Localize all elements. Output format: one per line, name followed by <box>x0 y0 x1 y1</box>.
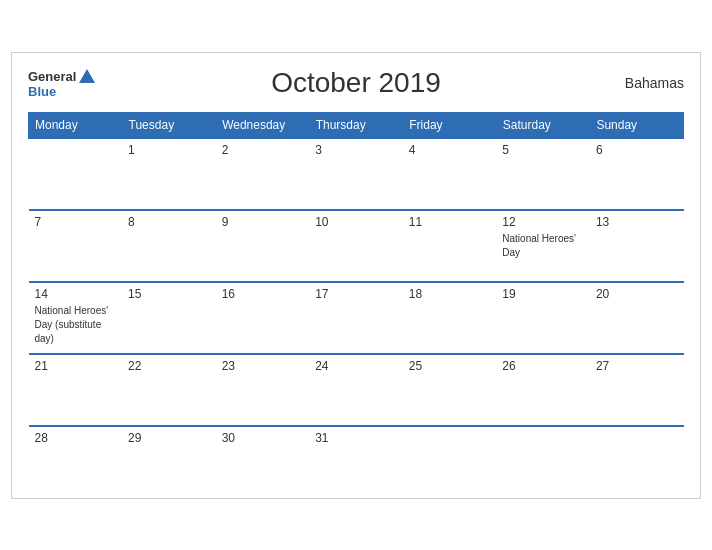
day-number: 30 <box>222 431 304 445</box>
day-number: 17 <box>315 287 397 301</box>
header-tuesday: Tuesday <box>122 112 216 138</box>
list-item <box>496 426 590 486</box>
list-item: 25 <box>403 354 497 426</box>
list-item: 8 <box>122 210 216 282</box>
header-saturday: Saturday <box>496 112 590 138</box>
day-number: 29 <box>128 431 210 445</box>
list-item: 20 <box>590 282 684 354</box>
list-item: 19 <box>496 282 590 354</box>
day-number: 11 <box>409 215 491 229</box>
day-number: 27 <box>596 359 678 373</box>
table-row: 123456 <box>29 138 684 210</box>
table-row: 14National Heroes' Day (substitute day)1… <box>29 282 684 354</box>
table-row: 21222324252627 <box>29 354 684 426</box>
list-item: 24 <box>309 354 403 426</box>
day-number: 15 <box>128 287 210 301</box>
list-item: 10 <box>309 210 403 282</box>
weekday-header-row: Monday Tuesday Wednesday Thursday Friday… <box>29 112 684 138</box>
list-item <box>403 426 497 486</box>
list-item: 16 <box>216 282 310 354</box>
list-item: 28 <box>29 426 123 486</box>
day-number: 25 <box>409 359 491 373</box>
day-number: 9 <box>222 215 304 229</box>
day-number: 16 <box>222 287 304 301</box>
day-number: 31 <box>315 431 397 445</box>
list-item <box>590 426 684 486</box>
list-item: 6 <box>590 138 684 210</box>
list-item: 12National Heroes' Day <box>496 210 590 282</box>
list-item: 27 <box>590 354 684 426</box>
list-item: 26 <box>496 354 590 426</box>
list-item: 1 <box>122 138 216 210</box>
holiday-label: National Heroes' Day <box>502 233 576 258</box>
list-item: 23 <box>216 354 310 426</box>
day-number: 20 <box>596 287 678 301</box>
day-number: 26 <box>502 359 584 373</box>
list-item: 9 <box>216 210 310 282</box>
header-thursday: Thursday <box>309 112 403 138</box>
list-item: 7 <box>29 210 123 282</box>
day-number: 22 <box>128 359 210 373</box>
list-item: 13 <box>590 210 684 282</box>
list-item: 15 <box>122 282 216 354</box>
country-label: Bahamas <box>625 75 684 91</box>
day-number: 14 <box>35 287 117 301</box>
day-number: 18 <box>409 287 491 301</box>
list-item: 11 <box>403 210 497 282</box>
day-number: 13 <box>596 215 678 229</box>
list-item: 2 <box>216 138 310 210</box>
list-item: 18 <box>403 282 497 354</box>
day-number: 1 <box>128 143 210 157</box>
day-number: 12 <box>502 215 584 229</box>
calendar-title: October 2019 <box>271 67 441 99</box>
holiday-label: National Heroes' Day (substitute day) <box>35 305 109 344</box>
day-number: 10 <box>315 215 397 229</box>
list-item <box>29 138 123 210</box>
day-number: 6 <box>596 143 678 157</box>
day-number: 19 <box>502 287 584 301</box>
header-friday: Friday <box>403 112 497 138</box>
calendar-table: Monday Tuesday Wednesday Thursday Friday… <box>28 112 684 486</box>
list-item: 30 <box>216 426 310 486</box>
table-row: 789101112National Heroes' Day13 <box>29 210 684 282</box>
day-number: 7 <box>35 215 117 229</box>
list-item: 29 <box>122 426 216 486</box>
header-monday: Monday <box>29 112 123 138</box>
day-number: 28 <box>35 431 117 445</box>
logo-blue-text: Blue <box>28 85 56 98</box>
list-item: 4 <box>403 138 497 210</box>
day-number: 21 <box>35 359 117 373</box>
list-item: 21 <box>29 354 123 426</box>
list-item: 22 <box>122 354 216 426</box>
list-item: 17 <box>309 282 403 354</box>
logo-triangle-icon <box>79 69 95 83</box>
list-item: 31 <box>309 426 403 486</box>
day-number: 3 <box>315 143 397 157</box>
table-row: 28293031 <box>29 426 684 486</box>
list-item: 5 <box>496 138 590 210</box>
day-number: 5 <box>502 143 584 157</box>
list-item: 3 <box>309 138 403 210</box>
header-wednesday: Wednesday <box>216 112 310 138</box>
logo: General Blue <box>28 69 95 98</box>
day-number: 2 <box>222 143 304 157</box>
day-number: 4 <box>409 143 491 157</box>
calendar-header: General Blue October 2019 Bahamas <box>28 69 684 98</box>
day-number: 23 <box>222 359 304 373</box>
calendar-container: General Blue October 2019 Bahamas Monday… <box>11 52 701 499</box>
day-number: 8 <box>128 215 210 229</box>
logo-general-text: General <box>28 70 76 83</box>
header-sunday: Sunday <box>590 112 684 138</box>
day-number: 24 <box>315 359 397 373</box>
list-item: 14National Heroes' Day (substitute day) <box>29 282 123 354</box>
